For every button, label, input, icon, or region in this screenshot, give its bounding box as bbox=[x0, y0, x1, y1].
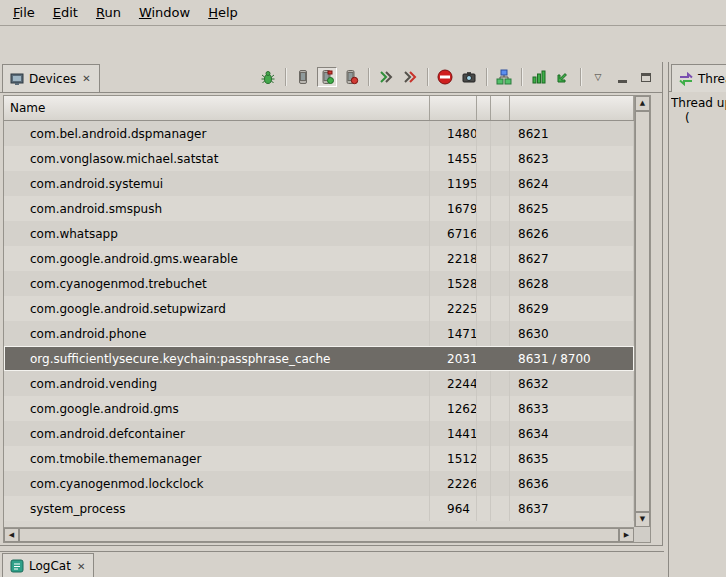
table-row[interactable]: system_process 964 8637 bbox=[4, 496, 634, 521]
application-window: File Edit Run Window Help Devices ✕ bbox=[0, 0, 726, 577]
table-row[interactable]: com.google.android.gms 12623 8633 bbox=[4, 396, 634, 421]
method-profiling-icon[interactable] bbox=[553, 67, 573, 87]
logcat-tab-icon bbox=[10, 559, 24, 573]
devices-tab-icon bbox=[10, 72, 24, 86]
process-status-cell bbox=[477, 471, 491, 496]
tab-devices[interactable]: Devices ✕ bbox=[2, 64, 100, 92]
threads-message-line2: ( bbox=[671, 111, 726, 126]
menu-edit[interactable]: Edit bbox=[44, 2, 87, 23]
maximize-icon[interactable] bbox=[636, 67, 656, 87]
table-row[interactable]: com.vonglasow.michael.satstat 14553 8623 bbox=[4, 146, 634, 171]
table-row[interactable]: com.android.systemui 1195 8624 bbox=[4, 171, 634, 196]
update-heap-icon[interactable] bbox=[293, 67, 313, 87]
process-pid-cell: 22265 bbox=[430, 471, 477, 496]
process-status-cell bbox=[477, 196, 491, 221]
logcat-panel: LogCat ✕ bbox=[0, 551, 664, 577]
process-pid-cell: 1471 bbox=[430, 321, 477, 346]
horizontal-scrollbar-thumb[interactable] bbox=[19, 528, 619, 542]
horizontal-scrollbar[interactable]: ◀ ▶ bbox=[4, 527, 634, 542]
process-port-cell: 8634 bbox=[510, 421, 634, 446]
process-port-cell: 8633 bbox=[510, 396, 634, 421]
update-threads-icon[interactable] bbox=[529, 67, 549, 87]
toolbar-separator bbox=[486, 68, 487, 86]
devices-toolbar: ▽ bbox=[258, 67, 656, 87]
menu-run[interactable]: Run bbox=[87, 2, 130, 23]
scroll-up-icon[interactable]: ▲ bbox=[635, 96, 650, 111]
threads-message: Thread up ( bbox=[669, 92, 726, 126]
process-name-cell: org.sufficientlysecure.keychain:passphra… bbox=[4, 346, 430, 371]
toolbar-separator bbox=[580, 68, 581, 86]
table-row[interactable]: com.google.android.gms.wearable 22185 86… bbox=[4, 246, 634, 271]
toolbar-separator bbox=[285, 68, 286, 86]
table-row[interactable]: com.android.vending 22440 8632 bbox=[4, 371, 634, 396]
process-port-cell: 8631 / 8700 bbox=[510, 346, 634, 371]
device-table: Name com.bel.android.dspmanager 1480 862… bbox=[3, 95, 651, 543]
process-name-cell: com.android.defcontainer bbox=[4, 421, 430, 446]
process-port-cell: 8632 bbox=[510, 371, 634, 396]
menu-window[interactable]: Window bbox=[130, 2, 199, 23]
cause-gc-icon[interactable] bbox=[341, 67, 361, 87]
threads-message-line1: Thread up bbox=[671, 96, 726, 111]
table-row[interactable]: com.bel.android.dspmanager 1480 8621 bbox=[4, 121, 634, 146]
table-row[interactable]: com.android.smspush 1679 8625 bbox=[4, 196, 634, 221]
process-status-cell bbox=[477, 371, 491, 396]
devices-view-body: Name com.bel.android.dspmanager 1480 862… bbox=[0, 92, 662, 545]
column-header-name[interactable]: Name bbox=[4, 96, 430, 120]
dump-hprof-icon[interactable] bbox=[317, 67, 337, 87]
vertical-scrollbar[interactable]: ▲ ▼ bbox=[634, 96, 650, 527]
process-pid-cell: 22185 bbox=[430, 246, 477, 271]
process-status-cell bbox=[477, 496, 491, 521]
process-status-cell bbox=[477, 271, 491, 296]
process-name-cell: com.cyanogenmod.lockclock bbox=[4, 471, 430, 496]
start-tracing-icon[interactable] bbox=[376, 67, 396, 87]
threads-tab-icon bbox=[679, 72, 693, 86]
menu-help[interactable]: Help bbox=[199, 2, 247, 23]
devices-tab-close-icon[interactable]: ✕ bbox=[81, 73, 91, 84]
table-row[interactable]: com.google.android.setupwizard 22250 862… bbox=[4, 296, 634, 321]
minimize-icon[interactable] bbox=[612, 67, 632, 87]
menu-file[interactable]: File bbox=[4, 2, 44, 23]
process-status-cell bbox=[477, 146, 491, 171]
logcat-tab-close-icon[interactable]: ✕ bbox=[76, 561, 86, 572]
scroll-left-icon[interactable]: ◀ bbox=[4, 528, 19, 542]
process-pid-cell: 12623 bbox=[430, 396, 477, 421]
process-pid-cell: 1512 bbox=[430, 446, 477, 471]
devices-panel: Devices ✕ bbox=[0, 62, 663, 546]
hierarchy-view-icon[interactable] bbox=[494, 67, 514, 87]
process-name-cell: system_process bbox=[4, 496, 430, 521]
table-row[interactable]: org.sufficientlysecure.keychain:passphra… bbox=[4, 346, 634, 371]
screen-capture-icon[interactable] bbox=[459, 67, 479, 87]
debug-icon[interactable] bbox=[258, 67, 278, 87]
process-flag-cell bbox=[491, 346, 510, 371]
devices-view-header: Devices ✕ bbox=[0, 62, 662, 92]
process-name-cell: com.android.vending bbox=[4, 371, 430, 396]
process-flag-cell bbox=[491, 396, 510, 421]
view-menu-icon[interactable]: ▽ bbox=[588, 67, 608, 87]
process-pid-cell: 14553 bbox=[430, 146, 477, 171]
table-row[interactable]: com.cyanogenmod.lockclock 22265 8636 bbox=[4, 471, 634, 496]
vertical-scrollbar-thumb[interactable] bbox=[635, 111, 650, 512]
table-row[interactable]: com.tmobile.thememanager 1512 8635 bbox=[4, 446, 634, 471]
table-row[interactable]: com.android.phone 1471 8630 bbox=[4, 321, 634, 346]
tab-threads[interactable]: Threa bbox=[671, 64, 726, 92]
menu-bar: File Edit Run Window Help bbox=[0, 0, 726, 26]
process-flag-cell bbox=[491, 246, 510, 271]
table-row[interactable]: com.android.defcontainer 14411 8634 bbox=[4, 421, 634, 446]
column-header-port bbox=[510, 96, 634, 120]
process-pid-cell: 22250 bbox=[430, 296, 477, 321]
threads-tab-label: Threa bbox=[698, 72, 726, 86]
table-row[interactable]: com.whatsapp 6716 8626 bbox=[4, 221, 634, 246]
stop-tracing-icon[interactable] bbox=[400, 67, 420, 87]
tab-logcat[interactable]: LogCat ✕ bbox=[2, 553, 94, 577]
process-port-cell: 8623 bbox=[510, 146, 634, 171]
threads-view-header: Threa bbox=[669, 62, 726, 92]
stop-process-icon[interactable] bbox=[435, 67, 455, 87]
process-status-cell bbox=[477, 446, 491, 471]
scroll-down-icon[interactable]: ▼ bbox=[635, 512, 650, 527]
process-flag-cell bbox=[491, 121, 510, 146]
process-flag-cell bbox=[491, 471, 510, 496]
table-row[interactable]: com.cyanogenmod.trebuchet 1528 8628 bbox=[4, 271, 634, 296]
process-pid-cell: 20311 bbox=[430, 346, 477, 371]
scroll-right-icon[interactable]: ▶ bbox=[619, 528, 634, 542]
device-table-header: Name bbox=[4, 96, 634, 121]
